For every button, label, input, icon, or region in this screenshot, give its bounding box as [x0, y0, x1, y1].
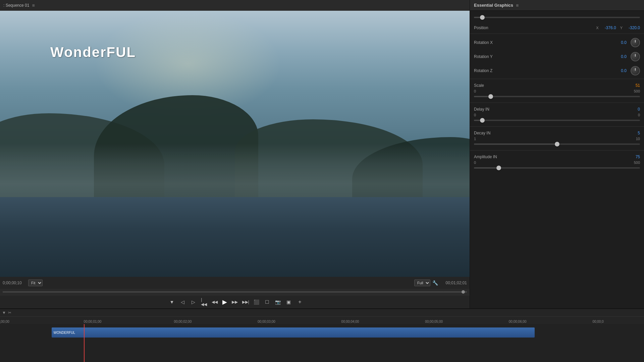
rotation-z-row: Rotation Z 0.0 — [474, 65, 640, 76]
rotation-x-section: Rotation X 0.0 — [470, 35, 644, 49]
amplitude-in-slider-row: 0 500 — [474, 160, 640, 171]
timeline-clip-label: WONDERFUL — [54, 331, 75, 335]
decay-in-section: Decay IN 5 1 10 — [470, 128, 644, 149]
amplitude-in-slider-thumb[interactable] — [496, 166, 501, 170]
position-top-slider-thumb[interactable] — [480, 15, 485, 20]
rotation-z-value[interactable]: 0.0 — [613, 68, 627, 73]
delay-in-min: 0 — [474, 113, 476, 117]
rotation-z-knob[interactable] — [631, 66, 640, 75]
position-slider-section — [470, 13, 644, 23]
eg-title: Essential Graphics — [474, 3, 513, 8]
extract-button[interactable]: ☐ — [263, 298, 271, 306]
quality-select[interactable]: Full — [414, 280, 430, 286]
playhead-marker — [82, 324, 86, 325]
scrub-head[interactable] — [462, 290, 465, 294]
step-fwd-button[interactable]: ▶▶ — [231, 298, 238, 306]
rotation-x-knob[interactable] — [631, 38, 640, 47]
ruler-mark-5: 00;00;04;00 — [341, 319, 359, 324]
controls-bar: 0;00;00;10 Fit Full 🔧 00;01;02;01 — [0, 277, 470, 289]
scale-section: Scale 51 0 500 — [470, 80, 644, 101]
sequence-menu-icon[interactable]: ≡ — [32, 3, 35, 8]
delay-in-slider-thumb[interactable] — [480, 118, 485, 123]
timeline-razor-tool[interactable]: ✂ — [8, 310, 11, 315]
decay-in-slider-track[interactable] — [474, 143, 640, 145]
scale-slider-thumb[interactable] — [488, 94, 493, 99]
scale-slider-labels: 0 500 — [474, 89, 640, 94]
step-back-button[interactable]: ◀◀ — [211, 298, 218, 306]
eg-content: Position X -376.0 Y -320.0 Rotation X 0.… — [470, 11, 644, 308]
video-background: WonderFUL — [0, 11, 470, 277]
mark-in-button[interactable]: ▼ — [168, 298, 175, 306]
video-panel: : Sequence 01 ≡ WonderFUL 0;00;00;10 — [0, 0, 470, 308]
rotation-x-row: Rotation X 0.0 — [474, 37, 640, 48]
amplitude-in-slider-labels: 0 500 — [474, 161, 640, 165]
decay-in-label: Decay IN — [474, 131, 490, 135]
eg-menu-icon[interactable]: ≡ — [516, 3, 519, 8]
delay-in-max: 0 — [638, 113, 640, 117]
amplitude-in-slider-track[interactable] — [474, 167, 640, 169]
timeline-tools-bar: ▼ ✂ — [0, 309, 644, 317]
delay-in-slider-track[interactable] — [474, 120, 640, 121]
ruler-marks: ; ;00;00 00;00;01;00 00;00;02;00 00;00;0… — [0, 317, 644, 324]
scale-slider-row: 0 500 — [474, 88, 640, 100]
scale-label: Scale — [474, 83, 484, 88]
lift-button[interactable]: ⬛ — [253, 298, 260, 306]
position-top-slider-track[interactable] — [474, 17, 640, 18]
mark-out-button[interactable]: ◁ — [179, 298, 186, 306]
position-row: Position X -376.0 Y -320.0 — [474, 24, 640, 31]
position-label: Position — [474, 25, 488, 30]
video-text-overlay: WonderFUL — [50, 44, 136, 60]
clip-button[interactable]: ▣ — [285, 298, 292, 306]
video-container: WonderFUL — [0, 11, 470, 277]
timeline-marker-tool[interactable]: ▼ — [2, 310, 6, 315]
ruler-mark-1: ;00;00 — [0, 319, 9, 324]
play-button[interactable]: ▶ — [222, 298, 228, 306]
delay-in-section: Delay IN 0 0 0 — [470, 104, 644, 125]
wrench-icon[interactable]: 🔧 — [432, 280, 438, 286]
delay-in-slider-labels: 0 0 — [474, 113, 640, 118]
scrub-track[interactable] — [3, 291, 467, 293]
fit-select[interactable]: Fit — [28, 280, 43, 286]
amplitude-in-section: Amplitude IN 75 0 500 — [470, 152, 644, 173]
rotation-x-label: Rotation X — [474, 40, 493, 45]
rotation-y-values: 0.0 — [613, 52, 640, 61]
add-button[interactable]: + — [298, 299, 301, 305]
decay-in-value[interactable]: 5 — [627, 131, 640, 135]
step-trim-button[interactable]: ▷ — [190, 298, 197, 306]
ruler-mark-8: 00;00;0 — [592, 319, 603, 324]
camera-button[interactable]: 📷 — [274, 298, 281, 306]
delay-in-row: Delay IN 0 — [474, 106, 640, 112]
scale-value[interactable]: 51 — [627, 83, 640, 88]
position-x-value[interactable]: -376.0 — [603, 25, 616, 30]
rotation-x-values: 0.0 — [613, 38, 640, 47]
timeline-scrub-bar[interactable] — [0, 289, 470, 295]
decay-in-slider-row: 1 10 — [474, 136, 640, 147]
ruler-mark-4: 00;00;03;00 — [258, 319, 275, 324]
position-x-label: X — [596, 26, 598, 30]
essential-graphics-panel: Essential Graphics ≡ Position X -376.0 Y — [470, 0, 644, 308]
ruler-mark-3: 00;00;02;00 — [174, 319, 192, 324]
amplitude-in-min: 0 — [474, 161, 476, 165]
rotation-x-value[interactable]: 0.0 — [613, 40, 627, 45]
position-y-value[interactable]: -320.0 — [627, 25, 640, 30]
scale-min-label: 0 — [474, 89, 476, 93]
go-to-out-button[interactable]: ▶▶| — [242, 298, 249, 306]
rotation-z-section: Rotation Z 0.0 — [470, 63, 644, 77]
decay-in-slider-labels: 1 10 — [474, 137, 640, 141]
timeline-clip-1[interactable]: WONDERFUL — [52, 327, 535, 338]
rotation-y-knob[interactable] — [631, 52, 640, 61]
ruler-mark-2: 00;00;01;00 — [84, 319, 102, 324]
position-section: Position X -376.0 Y -320.0 — [470, 23, 644, 32]
amplitude-in-value[interactable]: 75 — [627, 155, 640, 159]
amplitude-in-label: Amplitude IN — [474, 155, 497, 159]
position-values: X -376.0 Y -320.0 — [596, 25, 640, 30]
rotation-y-value[interactable]: 0.0 — [613, 54, 627, 59]
rotation-z-values: 0.0 — [613, 66, 640, 75]
decay-in-slider-thumb[interactable] — [555, 142, 559, 146]
playhead[interactable] — [84, 324, 85, 362]
go-to-in-button[interactable]: |◀◀ — [200, 298, 208, 306]
decay-in-max: 10 — [636, 137, 640, 141]
scale-slider-track[interactable] — [474, 96, 640, 97]
rotation-y-section: Rotation Y 0.0 — [470, 49, 644, 63]
delay-in-value[interactable]: 0 — [627, 107, 640, 112]
